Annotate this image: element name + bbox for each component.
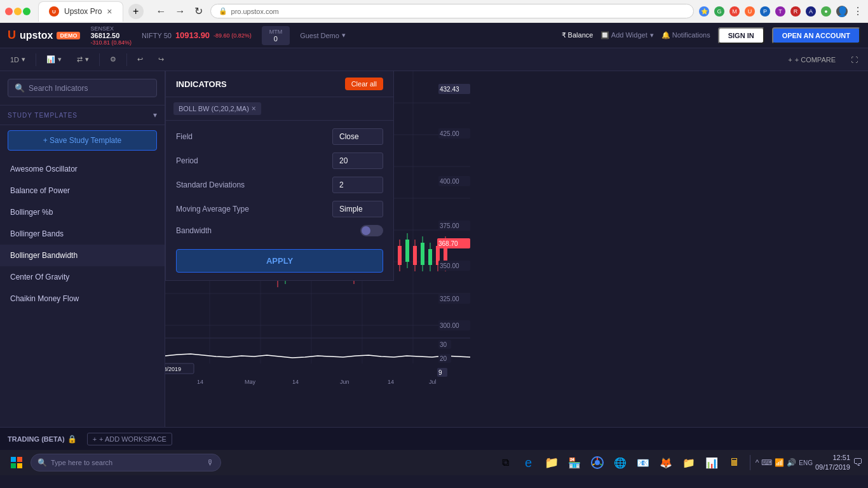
guest-demo-button[interactable]: Guest Demo ▾ — [300, 31, 346, 39]
indicator-center-of-gravity[interactable]: Center Of Gravity — [0, 266, 165, 288]
clear-all-button[interactable]: Clear all — [345, 78, 383, 90]
forward-button[interactable]: → — [173, 4, 188, 18]
period-row: Period 20 — [176, 152, 383, 169]
indicator-label: Awesome Oscillator — [10, 165, 78, 173]
field-value[interactable]: Close — [332, 128, 383, 145]
system-tray: ^ ⌨ 📶 🔊 ENG — [756, 458, 813, 467]
new-tab-button[interactable]: + — [128, 4, 144, 19]
svg-text:368.70: 368.70 — [438, 240, 458, 247]
sensex-value: 36812.50 — [90, 32, 132, 39]
search-input[interactable] — [29, 84, 150, 93]
taskbar-divider — [750, 455, 750, 470]
tab-close-icon[interactable]: × — [107, 6, 112, 17]
refresh-button[interactable]: ↻ — [192, 4, 205, 18]
compare-button[interactable]: + + COMPARE — [783, 53, 841, 66]
edge-browser-icon[interactable]: e — [519, 452, 539, 473]
ext-icon-6: T — [775, 6, 785, 17]
volume-icon[interactable]: 🔊 — [787, 458, 796, 467]
app-header: U upstox DEMO SENSEX 36812.50 -310.81 (0… — [0, 23, 868, 48]
active-indicators: BOLL BW (C,20,2,MA) × — [166, 97, 393, 121]
back-button[interactable]: ← — [154, 4, 169, 18]
keyboard-icon[interactable]: ⌨ — [761, 458, 772, 467]
browser-tab[interactable]: U Upstox Pro × — [38, 1, 123, 22]
indicator-chaikin-money-flow[interactable]: Chaikin Money Flow — [0, 288, 165, 309]
indicator-balance-of-power[interactable]: Balance of Power — [0, 180, 165, 201]
svg-text:375.00: 375.00 — [440, 222, 459, 229]
chart-type-button[interactable]: 📊 ▾ — [41, 53, 67, 66]
dropdown-arrow-icon-2: ▾ — [650, 31, 654, 39]
app-icon-10[interactable]: 📊 — [702, 452, 722, 473]
guest-demo-text: Guest Demo — [300, 32, 339, 39]
indicator-bollinger-percentb[interactable]: Bollinger %b — [0, 201, 165, 223]
svg-text:300.00: 300.00 — [440, 322, 459, 329]
balance-button[interactable]: ₹ Balance — [562, 31, 593, 39]
dropdown-arrow-icon-5: ▾ — [85, 55, 89, 64]
expand-button[interactable]: ⛶ — [846, 53, 863, 66]
active-indicator-label: BOLL BW (C,20,2,MA) — [179, 105, 249, 112]
toolbar-divider-2 — [99, 53, 100, 66]
indicator-awesome-oscillator[interactable]: Awesome Oscillator — [0, 158, 165, 180]
undo-icon: ↩ — [137, 55, 143, 64]
network-icon[interactable]: 📶 — [775, 458, 784, 467]
gear-icon: ⚙ — [110, 55, 116, 64]
chrome-logo-icon — [591, 456, 604, 469]
svg-text:14: 14 — [388, 379, 394, 385]
toolbar-divider-3 — [126, 53, 127, 66]
svg-rect-163 — [17, 457, 22, 462]
address-bar[interactable]: 🔒 pro.upstox.com — [210, 4, 694, 18]
chrome-icon[interactable] — [587, 452, 607, 473]
signin-button[interactable]: SIGN IN — [718, 27, 764, 44]
open-account-button[interactable]: OPEN AN ACCOUNT — [772, 27, 860, 44]
period-value[interactable]: 20 — [332, 152, 383, 169]
std-dev-value[interactable]: 2 — [332, 177, 383, 193]
nifty-change: -89.60 (0.82%) — [214, 32, 252, 39]
indicator-bollinger-bands[interactable]: Bollinger Bands — [0, 223, 165, 245]
timeframe-button[interactable]: 1D ▾ — [5, 53, 31, 66]
notifications-button[interactable]: 🔔 Notifications — [661, 31, 710, 39]
favicon: U — [49, 6, 59, 17]
apply-button[interactable]: APPLY — [176, 249, 383, 273]
indicator-bollinger-bandwidth[interactable]: Bollinger Bandwidth — [0, 245, 165, 266]
app-icon-8[interactable]: 🦊 — [656, 452, 676, 473]
task-view-button[interactable]: ⧉ — [496, 452, 516, 473]
indicator-label: Bollinger Bands — [10, 229, 64, 238]
tag-close-icon[interactable]: × — [252, 104, 256, 113]
svg-text:Jun: Jun — [340, 379, 349, 385]
search-box[interactable]: 🔍 — [8, 79, 157, 97]
redo-icon: ↪ — [158, 55, 164, 64]
ext-icon-5: P — [760, 6, 770, 17]
start-button[interactable] — [5, 452, 28, 473]
add-widget-label: 🔲 Add Widget — [600, 31, 647, 39]
bandwidth-label: Bandwidth — [176, 226, 355, 235]
app-icon-7[interactable]: 📧 — [633, 452, 653, 473]
ext-icon-8: A — [806, 6, 816, 17]
logo-text: upstox — [20, 30, 53, 41]
templates-dropdown-arrow[interactable]: ▾ — [153, 111, 157, 119]
clock-date: 09/17/2019 — [815, 463, 850, 472]
compare-arrows-button[interactable]: ⇄ ▾ — [72, 53, 94, 66]
templates-label: STUDY TEMPLATES — [8, 112, 151, 119]
ma-type-value[interactable]: Simple — [332, 201, 383, 217]
app-icon-6[interactable]: 🌐 — [610, 452, 630, 473]
svg-rect-162 — [11, 457, 16, 462]
undo-button[interactable]: ↩ — [132, 53, 148, 66]
logo-u: U — [8, 29, 16, 42]
save-template-button[interactable]: + Save Study Template — [8, 130, 157, 151]
store-icon[interactable]: 🏪 — [564, 452, 585, 473]
browser-menu-icon[interactable]: ⋮ — [853, 5, 863, 17]
file-explorer-icon[interactable]: 📁 — [541, 452, 562, 473]
add-widget-button[interactable]: 🔲 Add Widget ▾ — [600, 31, 653, 39]
app-icon-11[interactable]: 🖩 — [724, 452, 745, 473]
settings-button[interactable]: ⚙ — [105, 53, 121, 66]
settings-title: INDICATORS — [176, 79, 227, 89]
notification-center-icon[interactable]: 🗨 — [853, 457, 863, 468]
svg-text:350.00: 350.00 — [440, 262, 459, 269]
taskbar-search-box[interactable]: 🔍 Type here to search 🎙 — [31, 454, 221, 471]
add-workspace-button[interactable]: + + ADD WORKSPACE — [87, 433, 172, 445]
tray-icon-1[interactable]: ^ — [756, 458, 759, 467]
active-indicator-tag: BOLL BW (C,20,2,MA) × — [173, 102, 261, 115]
redo-button[interactable]: ↪ — [153, 53, 169, 66]
app-icon-9[interactable]: 📁 — [679, 452, 699, 473]
bandwidth-toggle[interactable] — [360, 225, 383, 236]
ext-icon-7: R — [790, 6, 801, 17]
